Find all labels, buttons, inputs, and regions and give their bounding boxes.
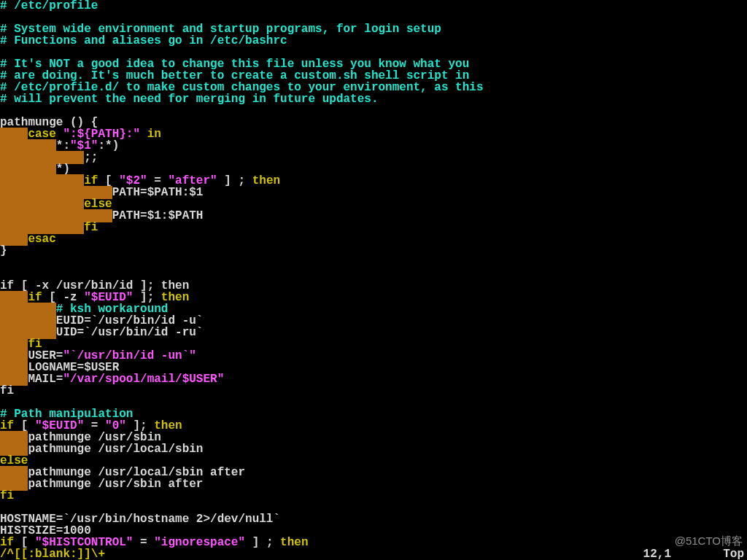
cursor-position: 12,1 — [643, 548, 671, 560]
code-text: pathmunge /usr/sbin after — [28, 478, 203, 491]
keyword-in: in — [140, 128, 161, 141]
code-text: UID=`/usr/bin/id -ru` — [56, 326, 204, 339]
code-text: :*) — [98, 139, 119, 152]
code-text: PATH=$PATH:$1 — [112, 186, 204, 199]
keyword-fi: fi — [84, 221, 98, 234]
code-text: MAIL= — [28, 373, 63, 386]
string: "/var/spool/mail/$USER" — [63, 373, 224, 386]
code-line: } — [0, 244, 7, 257]
comment-line: # Functions and aliases go in /etc/bashr… — [0, 34, 287, 47]
code-text: = — [133, 536, 154, 549]
comment-line: # will prevent the need for merging in f… — [0, 93, 378, 106]
keyword-then: then — [280, 536, 308, 549]
keyword-then: then — [252, 174, 280, 187]
editor-viewport[interactable]: # /etc/profile # System wide environment… — [0, 0, 747, 560]
watermark: @51CTO博客 — [675, 535, 743, 547]
keyword-esac: esac — [28, 233, 55, 246]
comment-line: # /etc/profile — [0, 0, 98, 12]
keyword-fi: fi — [0, 489, 14, 502]
vim-status-line: 12,1Top — [643, 548, 744, 560]
scroll-location: Top — [671, 548, 744, 560]
code-text: PATH=$1:$PATH — [112, 209, 204, 222]
string: "ignorespace" — [154, 536, 245, 549]
code-text: pathmunge /usr/local/sbin — [28, 443, 203, 456]
code-text: ] ; — [217, 174, 252, 187]
code-text: ;; — [84, 151, 98, 164]
code-line: fi — [0, 384, 14, 397]
vim-search-pattern[interactable]: /^[[:blank:]]\+ — [0, 548, 105, 560]
code-text: ] ; — [245, 536, 280, 549]
